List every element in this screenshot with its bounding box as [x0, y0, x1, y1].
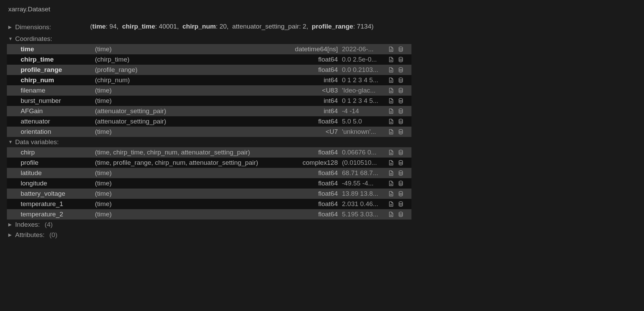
- data-repr-icon[interactable]: [398, 170, 404, 176]
- variable-row: AFGain(attenuator_setting_pair)int64-4 -…: [7, 106, 411, 116]
- variable-actions: [386, 170, 404, 176]
- variable-dims: (time): [95, 200, 288, 208]
- data-repr-icon[interactable]: [398, 149, 404, 156]
- attrs-icon[interactable]: [388, 211, 394, 217]
- variable-row: attenuator(attenuator_setting_pair)float…: [7, 116, 411, 127]
- variable-dims: (time): [95, 180, 288, 187]
- dimensions-label: Dimensions:: [15, 23, 51, 31]
- variable-name: latitude: [21, 169, 95, 177]
- attrs-icon[interactable]: [388, 77, 394, 83]
- dimensions-section: ▶ Dimensions: (time: 94, chirp_time: 400…: [7, 21, 637, 34]
- attrs-icon[interactable]: [388, 46, 394, 52]
- coordinates-label: Coordinates:: [15, 35, 52, 43]
- attrs-icon[interactable]: [388, 98, 394, 104]
- attrs-icon[interactable]: [388, 149, 394, 156]
- data-repr-icon[interactable]: [398, 201, 404, 207]
- variable-row: time(time)datetime64[ns]2022-06-...: [7, 44, 411, 54]
- variable-preview: -49.55 -4...: [342, 180, 386, 187]
- variable-preview: 0 1 2 3 4 5...: [342, 76, 386, 84]
- variable-dtype: float64: [288, 200, 342, 208]
- variable-preview: 0.0 2.5e-0...: [342, 56, 386, 63]
- coordinates-header[interactable]: ▼ Coordinates:: [7, 34, 637, 44]
- dimensions-header[interactable]: ▶ Dimensions:: [8, 23, 88, 31]
- attributes-label: Attributes:: [15, 231, 45, 239]
- data-repr-icon[interactable]: [398, 67, 404, 73]
- data-vars-header[interactable]: ▼ Data variables:: [7, 137, 637, 147]
- variable-row: temperature_2(time)float645.195 3.03...: [7, 209, 411, 219]
- variable-row: chirp_time(chirp_time)float640.0 2.5e-0.…: [7, 54, 411, 65]
- attrs-icon[interactable]: [388, 170, 394, 176]
- variable-dtype: int64: [288, 76, 342, 84]
- variable-dtype: float64: [288, 169, 342, 177]
- variable-actions: [386, 160, 404, 166]
- variable-dims: (time): [95, 128, 288, 136]
- dimensions-summary: (time: 94, chirp_time: 40001, chirp_num:…: [90, 23, 374, 30]
- attrs-icon[interactable]: [388, 180, 394, 186]
- variable-dims: (time, chirp_time, chirp_num, attenuator…: [95, 149, 288, 156]
- data-repr-icon[interactable]: [398, 180, 404, 186]
- variable-preview: 'unknown'...: [342, 128, 386, 136]
- data-repr-icon[interactable]: [398, 56, 404, 63]
- data-repr-icon[interactable]: [398, 87, 404, 94]
- variable-preview: 2022-06-...: [342, 45, 386, 53]
- variable-preview: 5.195 3.03...: [342, 211, 386, 218]
- variable-name: longitude: [21, 180, 95, 187]
- variable-dims: (profile_range): [95, 66, 288, 74]
- variable-name: profile_range: [21, 66, 95, 74]
- attrs-icon[interactable]: [388, 201, 394, 207]
- attrs-icon[interactable]: [388, 129, 394, 135]
- variable-row: longitude(time)float64-49.55 -4...: [7, 178, 411, 189]
- variable-dims: (chirp_time): [95, 56, 288, 63]
- data-repr-icon[interactable]: [398, 191, 404, 197]
- variable-actions: [386, 56, 404, 63]
- variable-row: chirp_num(chirp_num)int640 1 2 3 4 5...: [7, 75, 411, 85]
- indexes-count: (4): [45, 221, 53, 228]
- variable-name: temperature_1: [21, 200, 95, 208]
- attrs-icon[interactable]: [388, 108, 394, 114]
- attrs-icon[interactable]: [388, 118, 394, 125]
- variable-preview: 'Ideo-glac...: [342, 87, 386, 94]
- variable-dtype: <U7: [288, 128, 342, 136]
- variable-name: attenuator: [21, 118, 95, 125]
- data-repr-icon[interactable]: [398, 108, 404, 114]
- variable-row: battery_voltage(time)float6413.89 13.8..…: [7, 189, 411, 199]
- attrs-icon[interactable]: [388, 191, 394, 197]
- variable-row: profile_range(profile_range)float640.0 0…: [7, 65, 411, 75]
- data-repr-icon[interactable]: [398, 98, 404, 104]
- variable-actions: [386, 201, 404, 207]
- indexes-header[interactable]: ▶ Indexes: (4): [7, 219, 637, 230]
- data-repr-icon[interactable]: [398, 118, 404, 125]
- variable-row: filename(time)<U83'Ideo-glac...: [7, 85, 411, 96]
- dataset-title: xarray.Dataset: [7, 6, 637, 13]
- data-repr-icon[interactable]: [398, 77, 404, 83]
- attributes-header[interactable]: ▶ Attributes: (0): [7, 230, 637, 240]
- chevron-right-icon: ▶: [8, 232, 13, 237]
- variable-preview: 2.031 0.46...: [342, 200, 386, 208]
- variable-row: profile(time, profile_range, chirp_num, …: [7, 158, 411, 168]
- variable-name: time: [21, 45, 95, 53]
- variable-row: latitude(time)float6468.71 68.7...: [7, 168, 411, 178]
- data-repr-icon[interactable]: [398, 46, 404, 52]
- indexes-label: Indexes:: [15, 221, 40, 228]
- attrs-icon[interactable]: [388, 87, 394, 94]
- attrs-icon[interactable]: [388, 56, 394, 63]
- variable-dims: (chirp_num): [95, 76, 288, 84]
- variable-name: profile: [21, 159, 95, 167]
- data-repr-icon[interactable]: [398, 211, 404, 217]
- variable-dtype: float64: [288, 66, 342, 74]
- variable-actions: [386, 180, 404, 186]
- variable-actions: [386, 87, 404, 94]
- variable-dtype: int64: [288, 97, 342, 105]
- variable-preview: 0.0 0.2103...: [342, 66, 386, 74]
- variable-preview: -4 -14: [342, 107, 386, 115]
- attrs-icon[interactable]: [388, 67, 394, 73]
- data-repr-icon[interactable]: [398, 160, 404, 166]
- variable-dims: (time): [95, 190, 288, 197]
- variable-preview: 5.0 5.0: [342, 118, 386, 125]
- attrs-icon[interactable]: [388, 160, 394, 166]
- data-repr-icon[interactable]: [398, 129, 404, 135]
- variable-name: orientation: [21, 128, 95, 136]
- variable-actions: [386, 108, 404, 114]
- variable-name: chirp: [21, 149, 95, 156]
- variable-name: AFGain: [21, 107, 95, 115]
